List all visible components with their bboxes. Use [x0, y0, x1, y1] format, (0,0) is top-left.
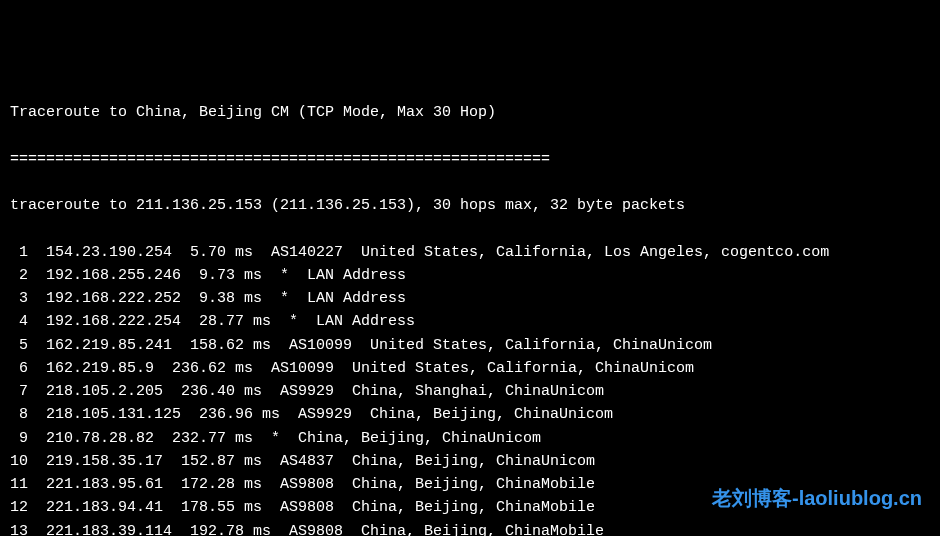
hop-row: 5 162.219.85.241 158.62 ms AS10099 Unite… [10, 334, 930, 357]
hop-row: 3 192.168.222.252 9.38 ms * LAN Address [10, 287, 930, 310]
traceroute-summary: traceroute to 211.136.25.153 (211.136.25… [10, 194, 930, 217]
hop-row: 4 192.168.222.254 28.77 ms * LAN Address [10, 310, 930, 333]
hop-row: 1 154.23.190.254 5.70 ms AS140227 United… [10, 241, 930, 264]
hop-row: 7 218.105.2.205 236.40 ms AS9929 China, … [10, 380, 930, 403]
watermark: 老刘博客-laoliublog.cn [712, 483, 922, 514]
hop-row: 2 192.168.255.246 9.73 ms * LAN Address [10, 264, 930, 287]
hop-row: 13 221.183.39.114 192.78 ms AS9808 China… [10, 520, 930, 537]
traceroute-title: Traceroute to China, Beijing CM (TCP Mod… [10, 101, 930, 124]
divider: ========================================… [10, 148, 930, 171]
hop-row: 10 219.158.35.17 152.87 ms AS4837 China,… [10, 450, 930, 473]
hop-row: 8 218.105.131.125 236.96 ms AS9929 China… [10, 403, 930, 426]
hop-row: 9 210.78.28.82 232.77 ms * China, Beijin… [10, 427, 930, 450]
hop-row: 6 162.219.85.9 236.62 ms AS10099 United … [10, 357, 930, 380]
